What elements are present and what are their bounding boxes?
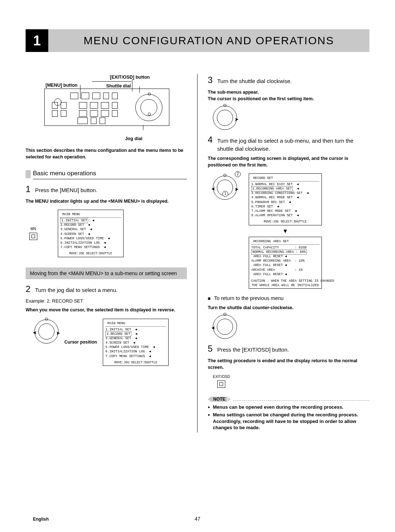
square-bullet-icon: ■ (208, 295, 211, 302)
menu-indicator: MN (29, 226, 37, 240)
note-item: Menu settings cannot be changed during t… (208, 412, 369, 431)
step-1-text: Press the [MENU] button. (35, 186, 97, 194)
note-label: NOTE (208, 397, 231, 402)
return-line: To return to the previous menu (214, 295, 283, 301)
badge-1: 1 (222, 191, 228, 197)
chapter-bar: 1 MENU CONFIGURATION AND OPERATIONS (26, 29, 369, 52)
section-describes: This section describes the menu configur… (26, 147, 187, 160)
osd-recording-area-set: RECORDING AREA SETTOTAL CAPACITY : 82GBN… (249, 237, 322, 289)
step-5-sub: The setting procedure is ended and the d… (208, 357, 369, 371)
device-figure: [EXIT/OSD] button [MENU] button Shuttle … (44, 74, 169, 132)
step-number: 4 (208, 134, 217, 146)
step-2-sub: When you move the cursor, the selected i… (26, 307, 187, 313)
transition-box: Moving from the <MAIN MENU> to a sub-men… (26, 267, 187, 279)
osd-main-menu-cursor: MAIN MENU1.INITIAL SET ◀2.RECORD SET ◀3.… (103, 319, 169, 366)
note-divider (233, 400, 369, 401)
step-number: 5 (208, 342, 217, 355)
chapter-number: 1 (26, 29, 48, 52)
exit-osd-indicator: EXIT/OSD (213, 374, 230, 388)
section-title: Basic menu operations (26, 169, 187, 179)
note-item: Menus can be opened even during the reco… (208, 404, 369, 411)
step-4-sub: The corresponding setting screen is disp… (208, 155, 369, 168)
step-3-sub: The sub-menus appear.The cursor is posit… (208, 89, 369, 102)
return-sub: Turn the shuttle dial counter-clockwise. (208, 304, 369, 311)
footer-language: English (33, 517, 49, 522)
osd-record-set: RECORD SET1.NORMAL REC EASY SET ◀2.RECOR… (249, 173, 322, 225)
step-number: 1 (26, 183, 35, 196)
step-5-text: Press the [EXIT/OSD] button. (217, 345, 289, 354)
step-number: 3 (208, 74, 217, 87)
step-4-text: Turn the jog dial to select a sub-menu, … (217, 136, 369, 153)
page-number: 47 (195, 516, 200, 522)
step-number: 2 (26, 283, 35, 296)
jog-dial-figure: ➤ ➤ (34, 319, 59, 344)
callout-exit-osd: [EXIT/OSD] button (110, 74, 150, 80)
cursor-position-label: Cursor position (64, 340, 97, 345)
chapter-title: MENU CONFIGURATION AND OPERATIONS (48, 34, 369, 47)
step-3-text: Turn the shuttle dial clockwise. (217, 76, 292, 85)
shuttle-dial-figure: ➤ (213, 106, 237, 130)
step-1-sub: The MENU indicator lights up and the <MA… (26, 198, 187, 205)
badge-2: 2 (235, 171, 241, 177)
shuttle-ccw-figure: ➤ (213, 315, 237, 339)
osd-main-menu: MAIN MENU1.INITIAL SET ◀2.RECORD SET ◀3.… (58, 210, 124, 257)
step-2-example: Example: 2. RECORD SET (26, 298, 187, 305)
down-arrow-icon: ▼ (249, 227, 322, 235)
step-2-text: Turn the jog dial to select a menu. (35, 285, 117, 294)
note-list: Menus can be opened even during the reco… (208, 404, 369, 431)
callout-menu: [MENU] button (46, 82, 78, 89)
callout-jog: Jog dial (80, 135, 187, 142)
